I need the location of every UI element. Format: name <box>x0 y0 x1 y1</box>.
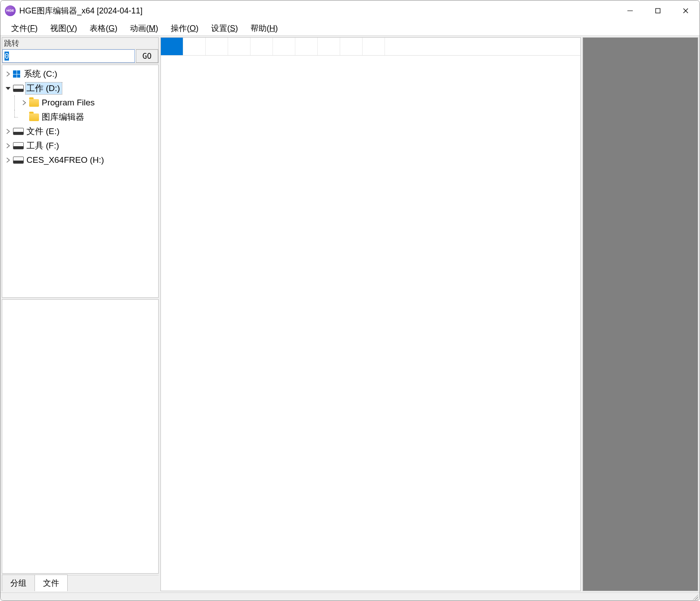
folder-icon <box>29 99 39 107</box>
tree-label: 工作 (D:) <box>26 83 60 94</box>
grid-row[interactable] <box>161 38 580 56</box>
center-panel <box>160 37 581 591</box>
close-button[interactable] <box>672 0 700 21</box>
main-area: 跳转 GO 系统 (C:) 工作 (D:) Program Files <box>0 36 700 592</box>
grid-cell[interactable] <box>206 38 228 55</box>
grid-cell[interactable] <box>363 38 385 55</box>
grid-cell[interactable] <box>295 38 318 55</box>
left-panel: 跳转 GO 系统 (C:) 工作 (D:) Program Files <box>2 37 159 591</box>
tree-node-drive-c[interactable]: 系统 (C:) <box>2 67 158 81</box>
drive-icon <box>13 85 24 92</box>
chevron-down-icon[interactable] <box>4 84 12 92</box>
grid-cell[interactable] <box>183 38 206 55</box>
grid-cell[interactable] <box>273 38 295 55</box>
tab-group[interactable]: 分组 <box>2 575 35 591</box>
tree-label: 系统 (C:) <box>23 68 57 80</box>
menu-anim[interactable]: 动画(M) <box>124 21 164 35</box>
file-tree[interactable]: 系统 (C:) 工作 (D:) Program Files 图库编辑器 <box>2 65 159 298</box>
menu-action[interactable]: 操作(O) <box>164 21 205 35</box>
grid-cell[interactable] <box>161 38 183 55</box>
folder-icon <box>29 113 39 121</box>
windows-drive-icon <box>13 70 20 78</box>
grid-cell[interactable] <box>318 38 340 55</box>
tree-label: 工具 (F:) <box>26 140 59 152</box>
tab-file[interactable]: 文件 <box>35 575 68 591</box>
menu-view[interactable]: 视图(V) <box>44 21 83 35</box>
tree-node-program-files[interactable]: Program Files <box>2 96 158 110</box>
resize-grip[interactable] <box>692 594 698 600</box>
window-title: HGE图库编辑器_x64 [2024-04-11] <box>19 5 143 16</box>
window-controls <box>616 0 700 21</box>
app-icon: HGE <box>5 5 16 16</box>
svg-rect-1 <box>656 9 660 13</box>
grid-cell[interactable] <box>340 38 363 55</box>
go-button[interactable]: GO <box>136 49 158 63</box>
chevron-right-icon[interactable] <box>4 70 12 78</box>
drive-icon <box>13 128 24 135</box>
tree-node-drive-h[interactable]: CES_X64FREO (H:) <box>2 153 158 167</box>
grid-cell[interactable] <box>251 38 273 55</box>
drive-icon <box>13 157 24 164</box>
tree-label: 图库编辑器 <box>41 111 84 123</box>
menu-file[interactable]: 文件(F) <box>5 21 44 35</box>
tree-label: 文件 (E:) <box>26 126 60 137</box>
tree-label: Program Files <box>41 98 95 108</box>
maximize-button[interactable] <box>644 0 672 21</box>
preview-panel <box>583 37 698 591</box>
chevron-right-icon[interactable] <box>4 127 12 135</box>
chevron-right-icon[interactable] <box>20 99 28 107</box>
minimize-button[interactable] <box>616 0 644 21</box>
tree-node-editor-folder[interactable]: 图库编辑器 <box>2 110 158 124</box>
jump-input[interactable] <box>2 49 135 63</box>
tree-node-drive-f[interactable]: 工具 (F:) <box>2 139 158 153</box>
chevron-right-icon[interactable] <box>4 156 12 164</box>
menu-table[interactable]: 表格(G) <box>83 21 124 35</box>
menu-help[interactable]: 帮助(H) <box>244 21 284 35</box>
menubar: 文件(F) 视图(V) 表格(G) 动画(M) 操作(O) 设置(S) 帮助(H… <box>0 21 700 36</box>
tree-node-drive-e[interactable]: 文件 (E:) <box>2 124 158 139</box>
titlebar: HGE HGE图库编辑器_x64 [2024-04-11] <box>0 0 700 21</box>
tree-node-drive-d[interactable]: 工作 (D:) <box>2 81 158 96</box>
drive-icon <box>13 142 24 149</box>
tree-label: CES_X64FREO (H:) <box>26 155 104 165</box>
jump-label: 跳转 <box>2 38 158 49</box>
info-panel <box>2 299 159 574</box>
jump-box: 跳转 GO <box>2 37 159 63</box>
grid-cell[interactable] <box>228 38 251 55</box>
left-panel-tabs: 分组 文件 <box>2 575 159 591</box>
statusbar <box>0 592 700 601</box>
chevron-right-icon[interactable] <box>4 142 12 150</box>
menu-settings[interactable]: 设置(S) <box>205 21 244 35</box>
